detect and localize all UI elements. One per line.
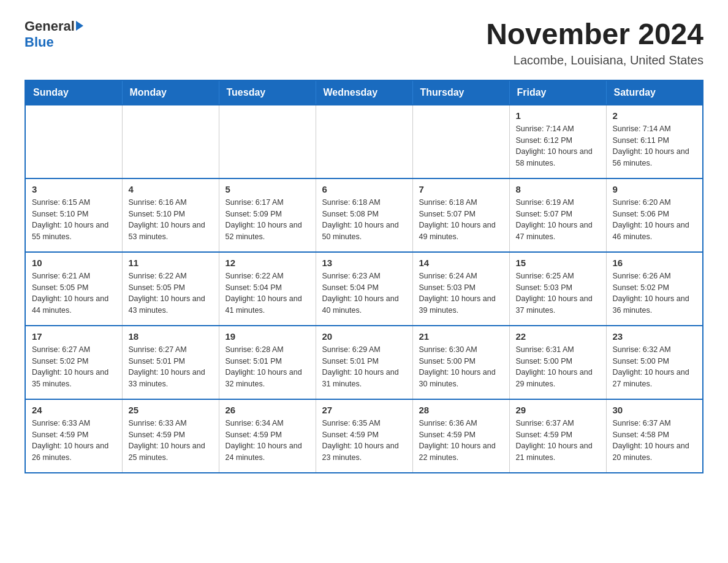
day-number: 15 [516, 258, 600, 268]
weekday-header-tuesday: Tuesday [219, 80, 316, 105]
calendar-cell [219, 105, 316, 178]
calendar-body: 1Sunrise: 7:14 AM Sunset: 6:12 PM Daylig… [25, 105, 703, 473]
day-info: Sunrise: 6:23 AM Sunset: 5:04 PM Dayligh… [322, 270, 406, 316]
calendar-cell: 6Sunrise: 6:18 AM Sunset: 5:08 PM Daylig… [316, 178, 412, 252]
calendar-cell [316, 105, 412, 178]
day-number: 2 [613, 110, 697, 121]
day-info: Sunrise: 6:15 AM Sunset: 5:10 PM Dayligh… [32, 197, 116, 243]
calendar-week-row: 3Sunrise: 6:15 AM Sunset: 5:10 PM Daylig… [25, 178, 703, 252]
weekday-header-thursday: Thursday [412, 80, 509, 105]
day-number: 23 [613, 331, 697, 342]
calendar-cell: 23Sunrise: 6:32 AM Sunset: 5:00 PM Dayli… [606, 326, 703, 399]
day-number: 13 [322, 258, 406, 268]
calendar-cell: 4Sunrise: 6:16 AM Sunset: 5:10 PM Daylig… [122, 178, 219, 252]
day-info: Sunrise: 6:32 AM Sunset: 5:00 PM Dayligh… [613, 344, 697, 390]
day-number: 29 [516, 405, 600, 415]
day-info: Sunrise: 6:37 AM Sunset: 4:58 PM Dayligh… [613, 418, 697, 464]
day-number: 10 [32, 258, 116, 268]
logo-general-text: General [25, 18, 75, 34]
day-number: 11 [129, 258, 213, 268]
day-info: Sunrise: 6:36 AM Sunset: 4:59 PM Dayligh… [419, 418, 503, 464]
day-number: 8 [516, 184, 600, 194]
day-number: 19 [226, 331, 309, 342]
calendar-cell [122, 105, 219, 178]
day-number: 28 [419, 405, 503, 415]
calendar-cell: 22Sunrise: 6:31 AM Sunset: 5:00 PM Dayli… [509, 326, 606, 399]
day-number: 27 [322, 405, 406, 415]
day-number: 20 [322, 331, 406, 342]
day-info: Sunrise: 6:16 AM Sunset: 5:10 PM Dayligh… [129, 197, 213, 243]
location-title: Lacombe, Louisiana, United States [486, 53, 703, 67]
day-number: 22 [516, 331, 600, 342]
day-info: Sunrise: 6:18 AM Sunset: 5:07 PM Dayligh… [419, 197, 503, 243]
day-info: Sunrise: 6:18 AM Sunset: 5:08 PM Dayligh… [322, 197, 406, 243]
weekday-header-row: SundayMondayTuesdayWednesdayThursdayFrid… [25, 80, 703, 105]
day-info: Sunrise: 6:33 AM Sunset: 4:59 PM Dayligh… [32, 418, 116, 464]
calendar-cell: 7Sunrise: 6:18 AM Sunset: 5:07 PM Daylig… [412, 178, 509, 252]
calendar-cell: 9Sunrise: 6:20 AM Sunset: 5:06 PM Daylig… [606, 178, 703, 252]
day-info: Sunrise: 6:29 AM Sunset: 5:01 PM Dayligh… [322, 344, 406, 390]
logo-blue-text: Blue [25, 34, 83, 50]
calendar-cell: 30Sunrise: 6:37 AM Sunset: 4:58 PM Dayli… [606, 399, 703, 473]
calendar-cell: 27Sunrise: 6:35 AM Sunset: 4:59 PM Dayli… [316, 399, 412, 473]
calendar-cell: 11Sunrise: 6:22 AM Sunset: 5:05 PM Dayli… [122, 252, 219, 326]
calendar-header: SundayMondayTuesdayWednesdayThursdayFrid… [25, 80, 703, 105]
calendar-cell: 8Sunrise: 6:19 AM Sunset: 5:07 PM Daylig… [509, 178, 606, 252]
day-info: Sunrise: 7:14 AM Sunset: 6:11 PM Dayligh… [613, 123, 697, 169]
day-number: 9 [613, 184, 697, 194]
calendar-cell [25, 105, 122, 178]
day-number: 21 [419, 331, 503, 342]
day-info: Sunrise: 6:27 AM Sunset: 5:02 PM Dayligh… [32, 344, 116, 390]
logo-arrow-icon [76, 21, 83, 31]
day-info: Sunrise: 6:35 AM Sunset: 4:59 PM Dayligh… [322, 418, 406, 464]
calendar-cell: 19Sunrise: 6:28 AM Sunset: 5:01 PM Dayli… [219, 326, 316, 399]
day-info: Sunrise: 6:25 AM Sunset: 5:03 PM Dayligh… [516, 270, 600, 316]
calendar-cell: 24Sunrise: 6:33 AM Sunset: 4:59 PM Dayli… [25, 399, 122, 473]
day-number: 1 [516, 110, 600, 121]
calendar-cell: 12Sunrise: 6:22 AM Sunset: 5:04 PM Dayli… [219, 252, 316, 326]
day-info: Sunrise: 6:37 AM Sunset: 4:59 PM Dayligh… [516, 418, 600, 464]
day-info: Sunrise: 6:30 AM Sunset: 5:00 PM Dayligh… [419, 344, 503, 390]
calendar-cell: 5Sunrise: 6:17 AM Sunset: 5:09 PM Daylig… [219, 178, 316, 252]
day-info: Sunrise: 6:33 AM Sunset: 4:59 PM Dayligh… [129, 418, 213, 464]
day-info: Sunrise: 6:34 AM Sunset: 4:59 PM Dayligh… [226, 418, 309, 464]
calendar-cell: 28Sunrise: 6:36 AM Sunset: 4:59 PM Dayli… [412, 399, 509, 473]
calendar-week-row: 17Sunrise: 6:27 AM Sunset: 5:02 PM Dayli… [25, 326, 703, 399]
calendar-cell: 3Sunrise: 6:15 AM Sunset: 5:10 PM Daylig… [25, 178, 122, 252]
calendar-week-row: 10Sunrise: 6:21 AM Sunset: 5:05 PM Dayli… [25, 252, 703, 326]
logo: General Blue [25, 18, 83, 50]
day-number: 3 [32, 184, 116, 194]
day-number: 25 [129, 405, 213, 415]
day-number: 24 [32, 405, 116, 415]
day-info: Sunrise: 6:21 AM Sunset: 5:05 PM Dayligh… [32, 270, 116, 316]
weekday-header-sunday: Sunday [25, 80, 122, 105]
weekday-header-monday: Monday [122, 80, 219, 105]
calendar-table: SundayMondayTuesdayWednesdayThursdayFrid… [25, 80, 703, 473]
calendar-week-row: 24Sunrise: 6:33 AM Sunset: 4:59 PM Dayli… [25, 399, 703, 473]
day-info: Sunrise: 6:19 AM Sunset: 5:07 PM Dayligh… [516, 197, 600, 243]
day-info: Sunrise: 6:28 AM Sunset: 5:01 PM Dayligh… [226, 344, 309, 390]
day-info: Sunrise: 6:26 AM Sunset: 5:02 PM Dayligh… [613, 270, 697, 316]
day-info: Sunrise: 6:22 AM Sunset: 5:04 PM Dayligh… [226, 270, 309, 316]
day-number: 12 [226, 258, 309, 268]
calendar-cell: 16Sunrise: 6:26 AM Sunset: 5:02 PM Dayli… [606, 252, 703, 326]
calendar-cell: 26Sunrise: 6:34 AM Sunset: 4:59 PM Dayli… [219, 399, 316, 473]
day-info: Sunrise: 7:14 AM Sunset: 6:12 PM Dayligh… [516, 123, 600, 169]
calendar-cell: 2Sunrise: 7:14 AM Sunset: 6:11 PM Daylig… [606, 105, 703, 178]
day-info: Sunrise: 6:24 AM Sunset: 5:03 PM Dayligh… [419, 270, 503, 316]
calendar-cell: 10Sunrise: 6:21 AM Sunset: 5:05 PM Dayli… [25, 252, 122, 326]
weekday-header-saturday: Saturday [606, 80, 703, 105]
calendar-cell: 1Sunrise: 7:14 AM Sunset: 6:12 PM Daylig… [509, 105, 606, 178]
calendar-cell: 18Sunrise: 6:27 AM Sunset: 5:01 PM Dayli… [122, 326, 219, 399]
day-number: 5 [226, 184, 309, 194]
weekday-header-friday: Friday [509, 80, 606, 105]
day-info: Sunrise: 6:17 AM Sunset: 5:09 PM Dayligh… [226, 197, 309, 243]
calendar-cell: 25Sunrise: 6:33 AM Sunset: 4:59 PM Dayli… [122, 399, 219, 473]
calendar-cell: 15Sunrise: 6:25 AM Sunset: 5:03 PM Dayli… [509, 252, 606, 326]
day-number: 7 [419, 184, 503, 194]
title-block: November 2024 Lacombe, Louisiana, United… [486, 18, 703, 67]
day-number: 16 [613, 258, 697, 268]
calendar-cell: 17Sunrise: 6:27 AM Sunset: 5:02 PM Dayli… [25, 326, 122, 399]
day-number: 18 [129, 331, 213, 342]
calendar-cell: 13Sunrise: 6:23 AM Sunset: 5:04 PM Dayli… [316, 252, 412, 326]
